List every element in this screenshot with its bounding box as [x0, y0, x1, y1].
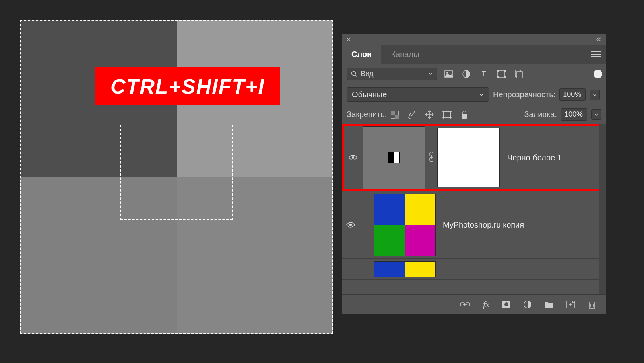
fill-flyout[interactable]	[591, 109, 601, 120]
tab-channels[interactable]: Каналы	[381, 45, 429, 64]
svg-point-26	[352, 156, 354, 159]
svg-rect-20	[444, 112, 451, 117]
opacity-flyout[interactable]	[590, 90, 600, 100]
layer-filter-row: Вид T	[342, 64, 606, 84]
lock-all-icon[interactable]	[461, 110, 468, 119]
svg-point-35	[504, 302, 508, 306]
close-icon[interactable]: ✕	[346, 36, 351, 43]
layer-thumbnail[interactable]	[374, 261, 436, 277]
filter-toggle[interactable]	[594, 71, 601, 77]
tab-layers[interactable]: Слои	[342, 45, 381, 64]
svg-rect-18	[391, 111, 395, 115]
svg-rect-10	[497, 70, 499, 72]
panel-tabs: Слои Каналы	[342, 45, 606, 64]
filter-adjust-icon[interactable]	[462, 70, 471, 78]
add-mask-icon[interactable]	[502, 301, 511, 308]
filter-pixel-icon[interactable]	[444, 70, 453, 78]
black-white-icon	[388, 152, 400, 163]
opacity-input[interactable]: 100%	[559, 88, 586, 101]
layer-fx-icon[interactable]: fx	[483, 299, 489, 310]
svg-line-4	[355, 75, 357, 77]
chevron-down-icon	[479, 90, 484, 99]
filter-smart-icon[interactable]	[514, 70, 523, 78]
lock-position-icon[interactable]	[425, 110, 434, 119]
layer-row[interactable]: MyPhotoshop.ru копия	[342, 191, 606, 259]
svg-rect-2	[591, 56, 601, 57]
lock-label: Закрепить:	[347, 110, 387, 119]
svg-rect-1	[591, 54, 601, 55]
lock-row: Закрепить: Заливка: 100%	[342, 105, 606, 124]
scrollbar[interactable]	[599, 124, 606, 294]
visibility-toggle[interactable]	[344, 222, 357, 228]
panel-menu-icon[interactable]	[586, 45, 606, 64]
svg-rect-25	[462, 114, 467, 119]
svg-text:T: T	[482, 70, 486, 78]
blend-mode-dropdown[interactable]: Обычные	[347, 87, 489, 102]
lock-icons	[391, 110, 468, 119]
layers-panel: ✕ Слои Каналы Вид T Обычные	[342, 34, 606, 314]
filter-type-icon[interactable]: T	[479, 70, 488, 78]
layer-row[interactable]: Черно-белое 1	[342, 124, 606, 191]
layer-thumbnail[interactable]	[374, 194, 436, 256]
svg-rect-13	[504, 76, 506, 78]
svg-point-6	[446, 72, 448, 74]
panel-footer: fx	[342, 294, 606, 314]
opacity-label: Непрозрачность:	[493, 90, 555, 99]
canvas-area[interactable]: CTRL+SHIFT+I	[20, 20, 333, 334]
filter-shape-icon[interactable]	[497, 70, 506, 78]
chevron-down-icon	[428, 70, 433, 78]
filter-kind-label: Вид	[361, 70, 374, 78]
new-group-icon[interactable]	[544, 301, 554, 308]
link-layers-icon[interactable]	[460, 302, 470, 307]
layer-thumbnail[interactable]	[363, 126, 425, 189]
lock-artboard-icon[interactable]	[442, 111, 452, 119]
layer-name[interactable]: Черно-белое 1	[507, 153, 595, 162]
new-adjustment-icon[interactable]	[524, 301, 531, 308]
svg-rect-12	[497, 76, 499, 78]
layers-list: Черно-белое 1 MyPhotoshop.ru копия	[342, 124, 606, 294]
layer-name[interactable]: MyPhotoshop.ru копия	[443, 221, 597, 230]
layer-mask-thumbnail[interactable]	[437, 128, 500, 187]
shortcut-overlay: CTRL+SHIFT+I	[95, 67, 280, 105]
svg-point-30	[349, 224, 352, 226]
collapse-icon[interactable]	[595, 37, 602, 42]
svg-rect-15	[517, 72, 522, 78]
canvas-quadrant	[177, 177, 333, 334]
visibility-toggle[interactable]	[347, 154, 359, 161]
svg-rect-19	[395, 115, 399, 119]
lock-image-icon[interactable]	[407, 110, 416, 119]
link-mask-icon[interactable]	[429, 152, 434, 164]
blend-mode-value: Обычные	[352, 90, 387, 99]
canvas-quadrant	[20, 177, 177, 334]
fill-label: Заливка:	[524, 110, 557, 119]
filter-type-icons: T	[444, 70, 523, 78]
filter-kind-dropdown[interactable]: Вид	[347, 68, 437, 80]
layer-row[interactable]	[342, 259, 606, 280]
svg-rect-0	[591, 51, 601, 52]
lock-transparency-icon[interactable]	[391, 111, 399, 119]
blend-row: Обычные Непрозрачность: 100%	[342, 84, 606, 105]
panel-titlebar: ✕	[342, 34, 606, 45]
fill-input[interactable]: 100%	[561, 108, 587, 121]
new-layer-icon[interactable]	[566, 301, 575, 308]
delete-layer-icon[interactable]	[588, 300, 596, 309]
svg-rect-11	[504, 70, 506, 72]
